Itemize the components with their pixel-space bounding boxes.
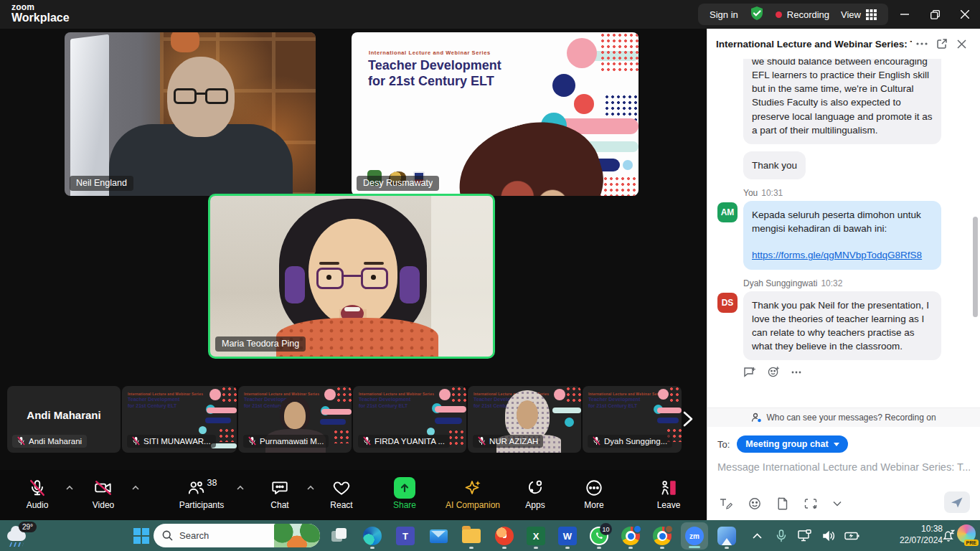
chat-close-button[interactable] — [951, 34, 971, 54]
chrome-profile-badge — [664, 524, 674, 534]
taskbar-search-box[interactable]: Search — [154, 524, 320, 547]
recipient-selector[interactable]: Meeting group chat — [737, 435, 847, 453]
chrome-profile1-button[interactable] — [618, 524, 643, 548]
video-tile-desy-rusmawaty[interactable]: International Lecture and Webinar Series… — [352, 32, 639, 196]
chat-message-meta: Dyah Sunggingwati10:32 — [743, 278, 971, 288]
reply-icon[interactable] — [743, 367, 756, 378]
message-more-icon[interactable] — [791, 371, 801, 374]
recording-dot-icon — [776, 11, 782, 18]
copilot-preview-button[interactable]: PRE — [957, 524, 976, 543]
compose-more-chevron[interactable] — [833, 501, 842, 507]
word-button[interactable]: W — [555, 524, 580, 548]
notification-bell-button[interactable] — [940, 520, 957, 551]
chat-more-options-button[interactable] — [912, 34, 932, 54]
filmstrip-tile-dyah-sunggingwati[interactable]: International Lecture and Webinar Series… — [583, 386, 682, 453]
browser-red-button[interactable] — [492, 524, 517, 548]
participants-count: 38 — [207, 478, 217, 488]
taskbar-clock[interactable]: 10:38 22/07/2024 — [900, 524, 943, 546]
more-button[interactable]: More — [571, 476, 617, 510]
file-explorer-button[interactable] — [459, 524, 484, 548]
chat-options-chevron[interactable] — [307, 484, 314, 491]
search-icon — [162, 530, 173, 541]
excel-button[interactable]: X — [524, 524, 548, 548]
tray-volume-button[interactable] — [818, 520, 839, 551]
shield-check-icon[interactable] — [750, 6, 764, 24]
tray-battery-indicator[interactable] — [841, 520, 864, 551]
chrome-profile2-button[interactable] — [650, 524, 674, 548]
leave-button[interactable]: Leave — [644, 476, 693, 510]
video-stage: Neil England International Lecture and W… — [0, 29, 707, 520]
tray-cast-indicator[interactable] — [793, 520, 816, 551]
view-button[interactable]: View — [841, 9, 877, 20]
chat-button[interactable]: Chat — [257, 476, 303, 510]
participant-nametag: Desy Rusmawaty — [357, 176, 439, 191]
audio-button[interactable]: Audio — [11, 476, 63, 510]
recording-indicator[interactable]: Recording — [776, 9, 829, 20]
filmstrip-tile-siti-munawar[interactable]: International Lecture and Webinar Series… — [122, 386, 237, 453]
whatsapp-button[interactable]: 10 — [587, 524, 611, 548]
participants-icon — [187, 479, 205, 497]
apps-button[interactable]: Apps — [514, 476, 557, 510]
chat-scrollbar[interactable] — [973, 217, 978, 317]
restore-button[interactable] — [920, 0, 950, 29]
filmstrip-tile-nur-azizah[interactable]: International Lecture and Webinar Series… — [468, 386, 581, 453]
avatar: AM — [717, 202, 738, 222]
video-options-chevron[interactable] — [132, 484, 139, 491]
filmstrip-tile-purnamawati[interactable]: International Lecture and Webinar Series… — [238, 386, 352, 453]
ai-companion-button[interactable]: AI Companion — [436, 476, 509, 510]
chat-popout-button[interactable] — [932, 34, 952, 54]
react-button[interactable]: React — [320, 476, 363, 510]
close-icon — [957, 39, 966, 49]
mic-muted-icon — [478, 436, 486, 446]
attach-file-icon[interactable] — [777, 497, 788, 510]
video-button[interactable]: Video — [79, 476, 128, 510]
start-button[interactable] — [129, 524, 154, 548]
participants-options-chevron[interactable] — [237, 484, 244, 491]
format-text-icon[interactable] — [719, 497, 732, 510]
close-button[interactable] — [950, 0, 980, 29]
video-tile-neil-england[interactable]: Neil England — [65, 32, 316, 196]
sign-in-button[interactable]: Sign in — [710, 9, 738, 20]
message-time: 10:32 — [821, 278, 842, 288]
mic-muted-icon — [17, 436, 25, 446]
chat-message-list[interactable]: we should balance between encouraging EF… — [707, 59, 980, 408]
whatsapp-icon: 10 — [590, 527, 608, 545]
emoji-icon[interactable] — [748, 497, 761, 510]
task-view-icon — [331, 528, 347, 544]
edge-browser-button[interactable] — [360, 524, 385, 548]
participant-nametag: SITI MUNAWAR... — [127, 435, 216, 448]
participants-button[interactable]: 38 Participants — [171, 476, 232, 510]
tray-show-hidden-icons[interactable] — [746, 520, 768, 551]
attendance-form-link[interactable]: https://forms.gle/qgMNVbpTodqG8RfS8 — [752, 248, 933, 262]
minimize-button[interactable] — [890, 0, 920, 29]
ai-sparkle-icon — [463, 478, 483, 498]
filmstrip-tile-firda-yuanita[interactable]: International Lecture and Webinar Series… — [353, 386, 466, 453]
ellipsis-icon — [916, 42, 928, 45]
preview-badge: PRE — [964, 540, 979, 546]
filmstrip-tile-andi-maharani[interactable]: Andi Maharani Andi Maharani — [7, 386, 121, 453]
temperature-badge: 29° — [19, 522, 37, 532]
zoom-app-button-active[interactable]: zm — [680, 524, 709, 548]
chat-message-input[interactable]: Message International Lecture and Webina… — [717, 461, 970, 473]
chat-panel: International Lecture and Webinar Series… — [707, 29, 980, 520]
privacy-notice-bar[interactable]: Who can see your messages? Recording on — [707, 408, 980, 427]
share-screen-button[interactable]: Share — [382, 476, 428, 510]
teams-button[interactable]: T — [393, 524, 418, 548]
audio-options-chevron[interactable] — [66, 484, 73, 491]
meeting-toolbar: Audio Video 38 — [0, 470, 707, 520]
video-tile-maria-teodora-ping-active-speaker[interactable]: Maria Teodora Ping — [208, 194, 495, 359]
send-message-button[interactable] — [944, 491, 970, 513]
photos-button[interactable] — [715, 524, 739, 548]
recording-label: Recording — [787, 9, 829, 20]
filmstrip-next-button[interactable] — [679, 405, 697, 433]
tray-microphone-indicator[interactable] — [771, 520, 792, 551]
screenshot-icon[interactable] — [804, 497, 817, 510]
mail-button[interactable] — [426, 524, 451, 548]
task-view-button[interactable] — [327, 524, 352, 548]
weather-widget[interactable]: 29° — [6, 522, 37, 550]
meeting-status-cluster: Sign in Recording View — [698, 4, 888, 25]
mic-muted-icon — [28, 479, 47, 497]
participant-nametag: Neil England — [70, 176, 133, 191]
camera-muted-icon — [93, 479, 113, 497]
add-reaction-icon[interactable] — [768, 366, 780, 378]
